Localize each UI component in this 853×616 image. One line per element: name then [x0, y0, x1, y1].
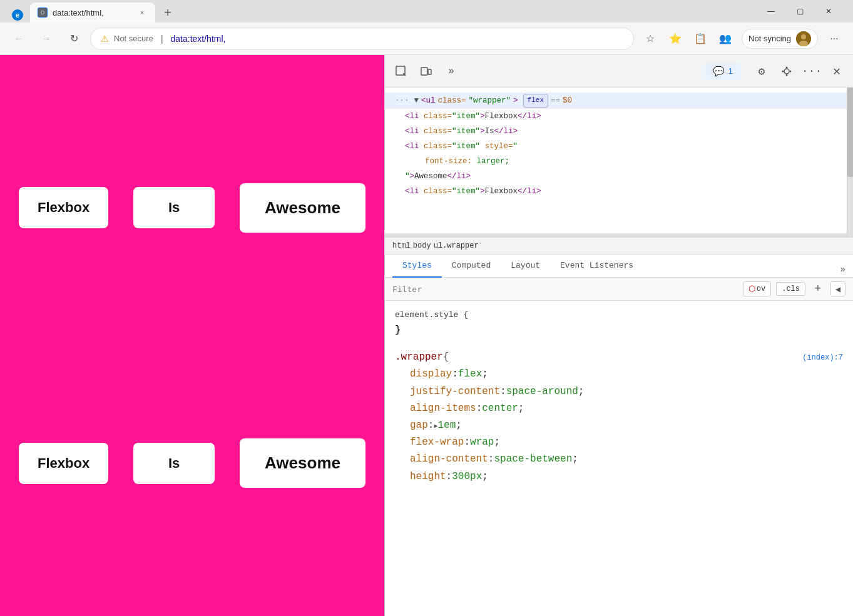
dom-tag-open: <ul [421, 94, 436, 107]
tabs-more-icon[interactable]: » [840, 265, 845, 277]
flex-row-1: Flexbox Is Awesome [13, 183, 372, 233]
close-button[interactable]: ✕ [814, 0, 843, 23]
dom-attr-value-class: "wrapper" [469, 94, 511, 107]
css-styles-panel: element.style { } .wrapper { (index):7 [385, 301, 853, 616]
collections-icon[interactable]: ⭐ [664, 28, 687, 50]
css-prop-display-value: flex [458, 366, 482, 383]
wrapper-selector: .wrapper [395, 349, 443, 366]
tab-computed[interactable]: Computed [442, 255, 501, 278]
flex-badge: flex [523, 94, 548, 108]
dom-tag-close-bracket: > [513, 94, 518, 107]
maximize-button[interactable]: ▢ [785, 0, 814, 23]
css-prop-height-name: height [410, 468, 446, 485]
element-style-close-brace: } [395, 322, 401, 339]
dom-equals: == [551, 94, 560, 107]
devtools-settings-icon[interactable]: ⚙ [750, 60, 773, 83]
dom-li-4: <li class="item">Flexbox</li> [385, 184, 853, 199]
minimize-button[interactable]: — [757, 0, 785, 23]
inspect-element-icon[interactable] [390, 60, 412, 83]
device-toggle-icon[interactable] [415, 60, 437, 83]
devtools-more-panels-icon[interactable]: » [440, 60, 462, 83]
svg-text:e: e [16, 11, 19, 19]
browser-tab[interactable]: D data:text/html, × [30, 3, 155, 23]
forward-button[interactable]: → [35, 28, 58, 50]
css-prop-flex-wrap: flex-wrap : wrap ; [395, 434, 843, 451]
more-options-icon[interactable]: ··· [823, 28, 845, 50]
dom-horizontal-scrollbar[interactable] [385, 233, 847, 237]
devtools-more-options-icon[interactable]: ··· [800, 60, 823, 83]
flex-item-awesome-2: Awesome [240, 438, 365, 488]
filter-cls-button[interactable]: .cls [776, 282, 805, 296]
url-text: data:text/html, [171, 34, 624, 44]
element-style-block: element.style { } [385, 306, 853, 341]
url-bar[interactable]: ⚠ Not secure | data:text/html, [90, 28, 634, 50]
toolbar-icons: ☆ ⭐ 📋 👥 [639, 28, 737, 50]
back-button[interactable]: ← [8, 28, 30, 50]
wrapper-source-link[interactable]: (index):7 [802, 353, 843, 362]
svg-point-13 [782, 70, 784, 72]
filter-input[interactable] [392, 285, 738, 294]
filter-add-rule-icon[interactable]: + [810, 281, 825, 296]
dom-dollar-zero: $0 [563, 94, 572, 107]
css-prop-flex-wrap-name: flex-wrap [410, 434, 464, 451]
tab-event-listeners[interactable]: Event Listeners [550, 255, 643, 278]
dom-selected-line[interactable]: ··· ▼ <ul class="wrapper" > flex == $0 [385, 93, 853, 109]
css-prop-justify-name: justify-content [410, 383, 500, 400]
svg-point-11 [786, 66, 788, 68]
dom-li-1: <li class="item">Flexbox</li> [385, 109, 853, 124]
new-tab-button[interactable]: + [158, 3, 178, 23]
flex-item-is-1: Is [133, 187, 215, 228]
breadcrumb-html[interactable]: html [392, 241, 411, 250]
styles-tabs: Styles Computed Layout Event Listeners » [385, 255, 853, 278]
share-icon[interactable]: 📋 [689, 28, 712, 50]
dom-li-3-close: ">Awesome</li> [385, 169, 853, 184]
wrapper-selector-line: .wrapper { (index):7 [395, 349, 843, 366]
tab-layout[interactable]: Layout [501, 255, 550, 278]
sync-label: Not syncing [748, 34, 791, 43]
not-secure-label: Not secure [114, 34, 153, 43]
main-content: Flexbox Is Awesome Flexbox Is Awesome » [0, 55, 853, 616]
flex-item-flexbox-1: Flexbox [19, 187, 108, 228]
css-prop-align-content: align-content : space-between ; [395, 451, 843, 468]
wrapper-open-brace: { [443, 349, 449, 366]
css-prop-gap-value: 1em [437, 417, 456, 434]
url-separator: | [161, 34, 163, 44]
console-counter-button[interactable]: 💬 1 [705, 63, 740, 79]
tab-close-button[interactable]: × [136, 7, 148, 18]
css-prop-display-name: display [410, 366, 452, 383]
devtools-customize-icon[interactable] [775, 60, 798, 83]
dom-arrow-icon: ▼ [414, 94, 419, 107]
profile-icon[interactable]: 👥 [714, 28, 737, 50]
reload-button[interactable]: ↻ [63, 28, 85, 50]
sync-button[interactable]: Not syncing [742, 29, 818, 49]
sync-avatar [796, 31, 811, 46]
wrapper-source[interactable]: (index):7 [802, 349, 843, 366]
css-prop-align-content-name: align-content [410, 451, 488, 468]
svg-rect-8 [421, 68, 427, 75]
element-style-text: element.style { [395, 308, 468, 322]
hov-label: ov [757, 285, 765, 293]
tab-styles[interactable]: Styles [392, 255, 442, 278]
svg-point-10 [784, 69, 789, 74]
breadcrumb-ul-wrapper[interactable]: ul.wrapper [434, 241, 479, 250]
css-prop-gap: gap : ▶ 1em ; [395, 417, 843, 434]
filter-hov-button[interactable]: ⬡ ov [743, 281, 771, 296]
css-prop-justify-value: space-around [506, 383, 578, 400]
filter-toggle-sidebar-icon[interactable]: ◀ [830, 281, 845, 296]
wrapper-css-block: .wrapper { (index):7 display : flex ; [385, 346, 853, 488]
browser-window: e D data:text/html, × + — ▢ ✕ ← → ↻ ⚠ [0, 0, 853, 616]
devtools-header: » 💬 1 ⚙ ··· ✕ [385, 55, 853, 88]
devtools-close-icon[interactable]: ✕ [825, 60, 848, 83]
dom-scrollbar-thumb[interactable] [847, 88, 853, 177]
svg-point-14 [790, 70, 792, 72]
star-icon[interactable]: ☆ [639, 28, 661, 50]
css-prop-align-items-value: center [482, 400, 518, 417]
breadcrumb-body[interactable]: body [413, 241, 431, 250]
hov-cursor-icon: ⬡ [748, 284, 755, 294]
svg-point-5 [801, 34, 806, 39]
webpage-preview: Flexbox Is Awesome Flexbox Is Awesome [0, 55, 384, 616]
element-style-close-line: } [395, 322, 843, 339]
flex-item-awesome-1: Awesome [240, 183, 365, 233]
css-prop-flex-wrap-value: wrap [470, 434, 494, 451]
dom-scrollbar[interactable] [847, 88, 853, 237]
